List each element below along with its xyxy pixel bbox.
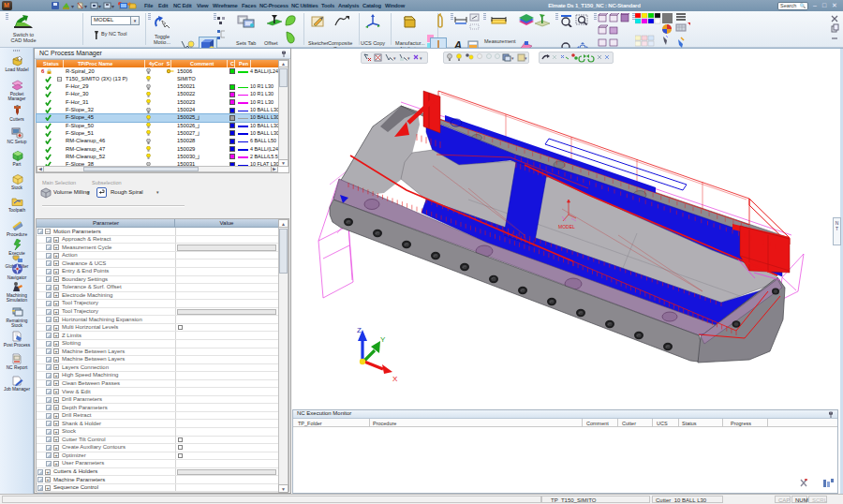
svg-text:X: X bbox=[392, 375, 398, 383]
svg-text:▾: ▾ bbox=[511, 55, 514, 61]
svg-text:▾: ▾ bbox=[111, 4, 114, 9]
svg-text:▾: ▾ bbox=[84, 4, 87, 9]
svg-text:▾: ▾ bbox=[98, 4, 101, 9]
svg-text:▾: ▾ bbox=[407, 55, 410, 61]
svg-text:MODEL: MODEL bbox=[558, 224, 575, 230]
svg-text:▾: ▾ bbox=[393, 55, 396, 61]
svg-text:Y: Y bbox=[380, 335, 386, 344]
svg-text:▾: ▾ bbox=[71, 4, 74, 9]
svg-text:▾: ▾ bbox=[420, 55, 422, 61]
svg-text:Z: Z bbox=[357, 326, 362, 334]
svg-text:▾: ▾ bbox=[525, 55, 527, 61]
